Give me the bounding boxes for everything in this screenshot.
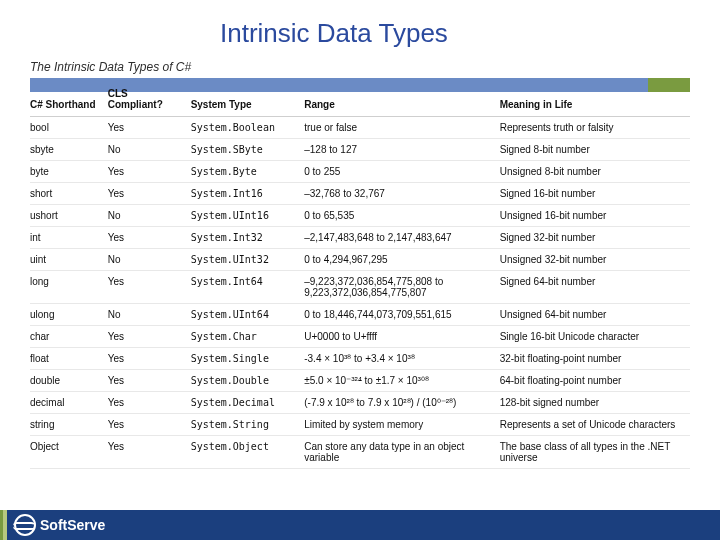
cell-range: 0 to 4,294,967,295	[304, 249, 499, 271]
table-row: sbyteNoSystem.SByte–128 to 127Signed 8-b…	[30, 139, 690, 161]
table-caption: The Intrinsic Data Types of C#	[30, 60, 191, 74]
cell-system: System.UInt32	[191, 249, 305, 271]
table-row: ObjectYesSystem.ObjectCan store any data…	[30, 436, 690, 469]
cell-range: true or false	[304, 117, 499, 139]
cell-meaning: Unsigned 16-bit number	[500, 205, 690, 227]
cell-cls: Yes	[108, 414, 191, 436]
cell-system: System.Int32	[191, 227, 305, 249]
table-row: boolYesSystem.Booleantrue or falseRepres…	[30, 117, 690, 139]
table-row: ulongNoSystem.UInt640 to 18,446,744,073,…	[30, 304, 690, 326]
cell-range: –32,768 to 32,767	[304, 183, 499, 205]
table-row: stringYesSystem.StringLimited by system …	[30, 414, 690, 436]
cell-shorthand: long	[30, 271, 108, 304]
cell-cls: Yes	[108, 370, 191, 392]
cell-range: –2,147,483,648 to 2,147,483,647	[304, 227, 499, 249]
cell-cls: Yes	[108, 348, 191, 370]
cell-cls: Yes	[108, 392, 191, 414]
cell-meaning: 32-bit floating-point number	[500, 348, 690, 370]
cell-range: 0 to 65,535	[304, 205, 499, 227]
cell-shorthand: bool	[30, 117, 108, 139]
col-range: Range	[304, 82, 499, 117]
page-title: Intrinsic Data Types	[220, 18, 448, 49]
cell-cls: Yes	[108, 161, 191, 183]
cell-system: System.Double	[191, 370, 305, 392]
table-row: uintNoSystem.UInt320 to 4,294,967,295Uns…	[30, 249, 690, 271]
cell-system: System.Char	[191, 326, 305, 348]
cell-range: (-7.9 x 10²⁸ to 7.9 x 10²⁸) / (10⁰⁻²⁸)	[304, 392, 499, 414]
cell-meaning: Represents a set of Unicode characters	[500, 414, 690, 436]
cell-meaning: 128-bit signed number	[500, 392, 690, 414]
cell-range: 0 to 255	[304, 161, 499, 183]
table-row: ushortNoSystem.UInt160 to 65,535Unsigned…	[30, 205, 690, 227]
cell-cls: Yes	[108, 326, 191, 348]
cell-shorthand: sbyte	[30, 139, 108, 161]
footer-bar: SoftServe	[0, 510, 720, 540]
cell-range: -3.4 × 10³⁸ to +3.4 × 10³⁸	[304, 348, 499, 370]
cell-range: Can store any data type in an object var…	[304, 436, 499, 469]
cell-shorthand: byte	[30, 161, 108, 183]
brand-logo: SoftServe	[14, 514, 105, 536]
cell-meaning: 64-bit floating-point number	[500, 370, 690, 392]
cell-system: System.Int16	[191, 183, 305, 205]
cell-meaning: Unsigned 64-bit number	[500, 304, 690, 326]
cell-meaning: Signed 16-bit number	[500, 183, 690, 205]
cell-meaning: The base class of all types in the .NET …	[500, 436, 690, 469]
table-row: shortYesSystem.Int16–32,768 to 32,767Sig…	[30, 183, 690, 205]
cell-range: –9,223,372,036,854,775,808 to 9,223,372,…	[304, 271, 499, 304]
cell-shorthand: ulong	[30, 304, 108, 326]
cell-cls: Yes	[108, 183, 191, 205]
table-row: decimalYesSystem.Decimal(-7.9 x 10²⁸ to …	[30, 392, 690, 414]
cell-shorthand: float	[30, 348, 108, 370]
cell-system: System.UInt64	[191, 304, 305, 326]
cell-range: 0 to 18,446,744,073,709,551,615	[304, 304, 499, 326]
col-cls: CLS Compliant?	[108, 82, 191, 117]
cell-range: ±5.0 × 10⁻³²⁴ to ±1.7 × 10³⁰⁸	[304, 370, 499, 392]
cell-shorthand: int	[30, 227, 108, 249]
cell-meaning: Unsigned 8-bit number	[500, 161, 690, 183]
cell-system: System.Single	[191, 348, 305, 370]
cell-shorthand: decimal	[30, 392, 108, 414]
cell-range: U+0000 to U+ffff	[304, 326, 499, 348]
table-row: floatYesSystem.Single-3.4 × 10³⁸ to +3.4…	[30, 348, 690, 370]
cell-system: System.SByte	[191, 139, 305, 161]
cell-meaning: Unsigned 32-bit number	[500, 249, 690, 271]
table-row: charYesSystem.CharU+0000 to U+ffffSingle…	[30, 326, 690, 348]
cell-meaning: Represents truth or falsity	[500, 117, 690, 139]
logo-icon	[14, 514, 36, 536]
cell-shorthand: short	[30, 183, 108, 205]
cell-shorthand: uint	[30, 249, 108, 271]
cell-shorthand: ushort	[30, 205, 108, 227]
cell-system: System.Int64	[191, 271, 305, 304]
cell-shorthand: string	[30, 414, 108, 436]
cell-range: Limited by system memory	[304, 414, 499, 436]
cell-cls: Yes	[108, 227, 191, 249]
cell-cls: No	[108, 205, 191, 227]
cell-meaning: Single 16-bit Unicode character	[500, 326, 690, 348]
cell-system: System.Byte	[191, 161, 305, 183]
cell-system: System.String	[191, 414, 305, 436]
cell-cls: Yes	[108, 117, 191, 139]
cell-meaning: Signed 32-bit number	[500, 227, 690, 249]
cell-meaning: Signed 64-bit number	[500, 271, 690, 304]
cell-system: System.Object	[191, 436, 305, 469]
col-meaning: Meaning in Life	[500, 82, 690, 117]
col-shorthand: C# Shorthand	[30, 82, 108, 117]
cell-cls: No	[108, 304, 191, 326]
cell-cls: No	[108, 139, 191, 161]
cell-system: System.Boolean	[191, 117, 305, 139]
table-row: longYesSystem.Int64–9,223,372,036,854,77…	[30, 271, 690, 304]
cell-system: System.Decimal	[191, 392, 305, 414]
col-system: System Type	[191, 82, 305, 117]
cell-shorthand: Object	[30, 436, 108, 469]
cell-cls: Yes	[108, 436, 191, 469]
cell-shorthand: double	[30, 370, 108, 392]
cell-shorthand: char	[30, 326, 108, 348]
table-row: intYesSystem.Int32–2,147,483,648 to 2,14…	[30, 227, 690, 249]
table-row: doubleYesSystem.Double±5.0 × 10⁻³²⁴ to ±…	[30, 370, 690, 392]
cell-range: –128 to 127	[304, 139, 499, 161]
table-header-row: C# Shorthand CLS Compliant? System Type …	[30, 82, 690, 117]
cell-meaning: Signed 8-bit number	[500, 139, 690, 161]
brand-text: SoftServe	[40, 517, 105, 533]
table-row: byteYesSystem.Byte0 to 255Unsigned 8-bit…	[30, 161, 690, 183]
types-table: C# Shorthand CLS Compliant? System Type …	[30, 82, 690, 469]
